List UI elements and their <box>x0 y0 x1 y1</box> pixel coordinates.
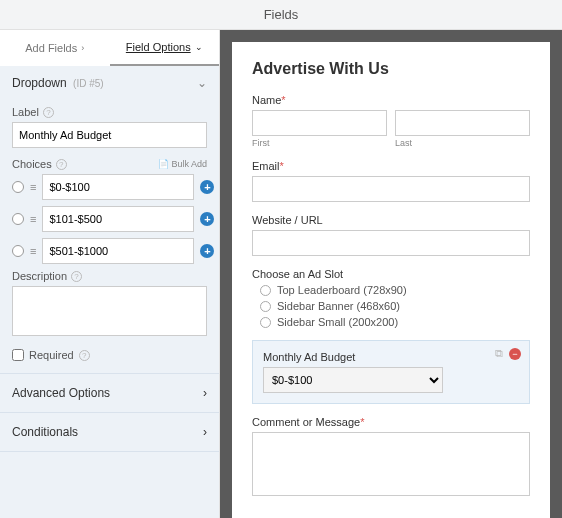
first-name-input[interactable] <box>252 110 387 136</box>
help-icon[interactable]: ? <box>71 271 82 282</box>
form-title: Advertise With Us <box>252 60 530 78</box>
last-name-input[interactable] <box>395 110 530 136</box>
help-icon[interactable]: ? <box>43 107 54 118</box>
delete-icon[interactable]: − <box>509 348 521 360</box>
chevron-right-icon: › <box>203 425 207 439</box>
tab-field-options[interactable]: Field Options ⌄ <box>110 30 220 66</box>
choice-default-radio[interactable] <box>12 181 24 193</box>
field-budget-selected[interactable]: ⧉ − Monthly Ad Budget $0-$100 <box>252 340 530 404</box>
last-sublabel: Last <box>395 138 530 148</box>
first-sublabel: First <box>252 138 387 148</box>
bulk-add-link[interactable]: 📄 Bulk Add <box>158 159 207 169</box>
field-type: Dropdown <box>12 76 67 90</box>
chevron-down-icon: ⌄ <box>195 42 203 52</box>
required-checkbox[interactable] <box>12 349 24 361</box>
adslot-option[interactable]: Top Leaderboard (728x90) <box>252 284 530 296</box>
description-label: Description <box>12 270 67 282</box>
field-name: Name* First Last <box>252 94 530 148</box>
description-input[interactable] <box>12 286 207 336</box>
label-input[interactable] <box>12 122 207 148</box>
drag-handle-icon[interactable]: ≡ <box>30 181 36 193</box>
left-panel: Add Fields › Field Options ⌄ Dropdown (I… <box>0 30 220 518</box>
comment-input[interactable] <box>252 432 530 496</box>
choice-default-radio[interactable] <box>12 245 24 257</box>
adslot-option[interactable]: Sidebar Banner (468x60) <box>252 300 530 312</box>
choice-input[interactable] <box>42 238 194 264</box>
add-choice-button[interactable]: + <box>200 244 214 258</box>
top-bar-title: Fields <box>264 7 299 22</box>
url-input[interactable] <box>252 230 530 256</box>
help-icon[interactable]: ? <box>79 350 90 361</box>
drag-handle-icon[interactable]: ≡ <box>30 213 36 225</box>
add-choice-button[interactable]: + <box>200 212 214 226</box>
email-input[interactable] <box>252 176 530 202</box>
choice-row: ≡ + − <box>12 238 207 264</box>
field-comment: Comment or Message* <box>252 416 530 499</box>
choice-input[interactable] <box>42 206 194 232</box>
preview-area: Advertise With Us Name* First Last Email… <box>220 30 562 518</box>
section-header-dropdown[interactable]: Dropdown (ID #5) ⌄ <box>0 66 219 100</box>
field-email: Email* <box>252 160 530 202</box>
field-adslot: Choose an Ad Slot Top Leaderboard (728x9… <box>252 268 530 328</box>
top-bar: Fields <box>0 0 562 30</box>
drag-handle-icon[interactable]: ≡ <box>30 245 36 257</box>
required-label: Required <box>29 349 74 361</box>
section-advanced-options[interactable]: Advanced Options › <box>0 374 219 413</box>
tab-add-fields[interactable]: Add Fields › <box>0 30 110 66</box>
label-label: Label <box>12 106 39 118</box>
add-choice-button[interactable]: + <box>200 180 214 194</box>
adslot-option[interactable]: Sidebar Small (200x200) <box>252 316 530 328</box>
choice-input[interactable] <box>42 174 194 200</box>
section-conditionals[interactable]: Conditionals › <box>0 413 219 452</box>
chevron-right-icon: › <box>203 386 207 400</box>
field-id: (ID #5) <box>73 78 104 89</box>
chevron-right-icon: › <box>81 43 84 53</box>
budget-select[interactable]: $0-$100 <box>263 367 443 393</box>
choice-default-radio[interactable] <box>12 213 24 225</box>
duplicate-icon[interactable]: ⧉ <box>495 347 503 360</box>
field-url: Website / URL <box>252 214 530 256</box>
choice-row: ≡ + − <box>12 206 207 232</box>
help-icon[interactable]: ? <box>56 159 67 170</box>
choice-row: ≡ + − <box>12 174 207 200</box>
chevron-down-icon: ⌄ <box>197 76 207 90</box>
choices-label: Choices <box>12 158 52 170</box>
